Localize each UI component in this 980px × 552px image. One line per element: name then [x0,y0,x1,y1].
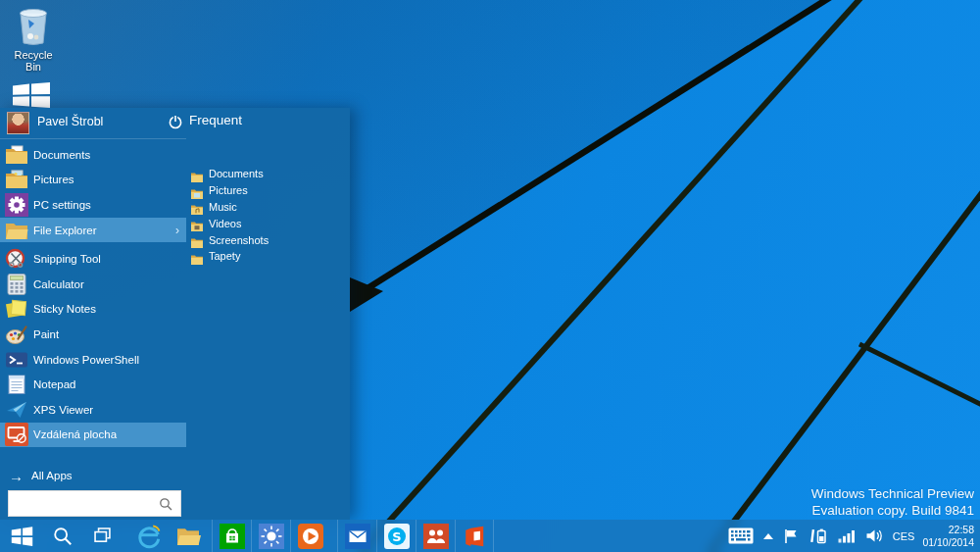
volume-icon [865,528,882,543]
frequent-item-label: Pictures [209,184,248,196]
touch-keyboard-icon [728,527,754,544]
touch-keyboard-button[interactable] [728,527,754,544]
start-menu-item-xps-viewer[interactable]: XPS Viewer [0,397,186,423]
avatar[interactable] [7,112,29,134]
start-menu-item-sticky-notes[interactable]: Sticky Notes [0,297,186,323]
remote-desktop-icon [5,423,28,446]
power-button[interactable] [168,114,183,129]
frequent-item-screenshots[interactable]: Screenshots [191,231,338,248]
frequent-item-label: Music [209,201,237,213]
all-apps-arrow-icon: → [9,469,24,483]
show-hidden-icons-button[interactable] [763,533,773,539]
mail-button[interactable] [337,520,376,552]
svg-text:S: S [392,528,401,543]
frequent-item-tapety[interactable]: Tapety [191,248,338,265]
search-input[interactable] [15,491,156,516]
chevron-up-icon [763,533,773,539]
search-icon [52,526,74,547]
start-menu-item-snipping-tool[interactable]: Snipping Tool [0,246,186,272]
start-menu-item-file-explorer[interactable]: File Explorer › [0,218,186,243]
language-indicator[interactable]: CES [893,530,915,542]
file-explorer-button[interactable] [169,520,208,552]
menu-item-label: Pictures [33,174,74,185]
task-view-icon [92,526,113,546]
system-tray: CES 22:58 01/10/2014 [723,520,980,552]
powershell-icon [5,348,28,372]
start-menu-item-remote-desktop[interactable]: Vzdálená plocha [0,423,186,448]
user-name[interactable]: Pavel Štrobl [37,115,103,128]
frequent-item-music[interactable]: Music [191,199,338,216]
weather-button[interactable] [251,520,290,552]
frequent-item-videos[interactable]: Videos [191,215,338,231]
pictures-folder-icon [5,168,28,191]
start-menu-item-pc-settings[interactable]: PC settings [0,192,186,218]
action-center-flag-icon [783,528,799,544]
clock-date: 01/10/2014 [922,536,974,549]
power-status-button[interactable] [808,527,828,544]
power-icon [168,114,183,129]
folder-icon [191,218,203,228]
all-apps-button[interactable]: → All Apps [0,463,186,488]
folder-icon [191,185,203,196]
start-menu-item-paint[interactable]: Paint [0,322,186,347]
office-icon [463,525,486,548]
menu-item-label: Calculator [33,278,84,290]
watermark-line2: Evaluation copy. Build 9841 [811,502,974,519]
network-icon [838,528,856,543]
store-button[interactable] [212,520,251,552]
taskbar: S [0,520,980,552]
clock[interactable]: 22:58 01/10/2014 [922,524,974,549]
media-player-button[interactable] [290,520,329,552]
taskbar-search-button[interactable] [43,520,82,552]
action-center-button[interactable] [783,528,799,544]
start-menu-left-column: Documents Pictures [0,142,186,447]
skype-button[interactable]: S [376,520,416,552]
start-menu-item-powershell[interactable]: Windows PowerShell [0,347,186,373]
start-menu-item-notepad[interactable]: Notepad [0,372,186,397]
internet-explorer-button[interactable] [129,520,169,552]
weather-icon [259,524,284,549]
start-menu-item-calculator[interactable]: Calculator [0,272,186,297]
start-menu-item-pictures[interactable]: Pictures [0,168,186,193]
all-apps-label: All Apps [31,470,73,481]
start-icon [10,524,34,548]
start-button[interactable] [0,520,43,552]
ie-icon [136,524,162,549]
windows-flag-icon [12,82,51,110]
recycle-bin-icon [6,6,61,47]
frequent-header: Frequent [189,113,242,127]
frequent-item-pictures[interactable]: Pictures [191,182,338,199]
start-menu-item-documents[interactable]: Documents [0,142,186,168]
network-button[interactable] [838,528,856,543]
people-icon [423,524,449,549]
explorer-folder-icon [175,524,201,549]
watermark-line1: Windows Technical Preview [811,485,974,502]
menu-item-label: PC settings [33,199,91,211]
recycle-bin[interactable]: Recycle Bin [6,6,61,73]
sticky-notes-icon [5,297,28,321]
pinned-tiles: S [212,520,494,552]
file-explorer-icon [5,219,28,242]
menu-item-label: File Explorer [33,225,97,236]
frequent-item-label: Screenshots [209,234,269,246]
office-button[interactable] [455,520,494,552]
menu-item-label: Vzdálená plocha [33,428,117,440]
documents-folder-icon [5,143,28,167]
gear-icon [5,193,28,217]
frequent-list: Documents Pictures Music Videos Screensh… [191,166,338,265]
mail-icon [345,524,370,549]
store-icon [220,524,245,549]
people-button[interactable] [416,520,455,552]
xps-viewer-icon [5,398,28,422]
folder-icon [191,251,203,262]
task-view-button[interactable] [82,520,122,552]
volume-button[interactable] [865,528,882,543]
scissors-icon [5,247,28,271]
start-menu: Pavel Štrobl Frequent Documents [0,108,350,520]
frequent-item-documents[interactable]: Documents [191,166,338,182]
folder-icon [191,169,203,179]
frequent-item-label: Documents [209,168,264,179]
menu-item-label: Snipping Tool [33,253,101,265]
start-menu-header: Pavel Štrobl Frequent [0,108,350,137]
notepad-icon [5,373,28,396]
